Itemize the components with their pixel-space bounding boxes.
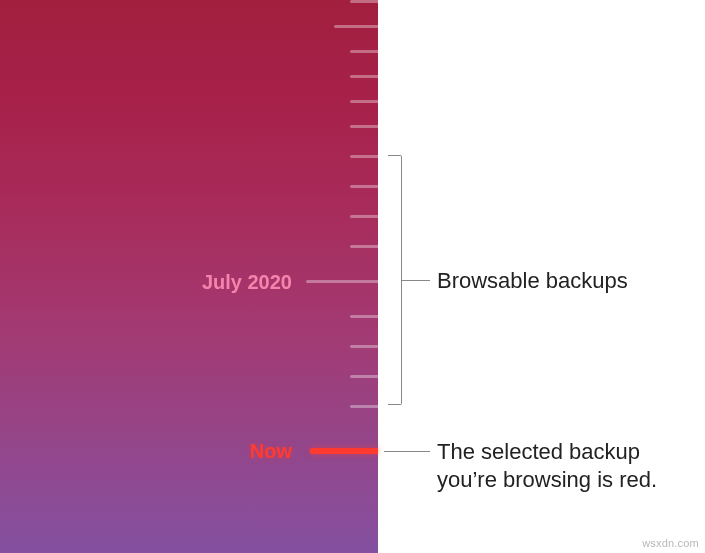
timeline-tick[interactable] <box>350 75 378 78</box>
callout-bracket <box>388 155 402 405</box>
timeline-panel: July 2020Now <box>0 0 378 553</box>
timeline-tick[interactable] <box>350 245 378 248</box>
callout-browsable-backups: Browsable backups <box>437 267 628 295</box>
timeline-tick[interactable] <box>350 215 378 218</box>
timeline-tick[interactable] <box>350 185 378 188</box>
timeline-label-date: July 2020 <box>202 270 292 293</box>
callout-text-line1: The selected backup <box>437 439 640 464</box>
timeline-tick-selected[interactable] <box>310 448 378 454</box>
callout-leader-selected <box>384 451 430 452</box>
timeline-tick[interactable] <box>350 125 378 128</box>
callout-leader <box>402 280 430 281</box>
timeline-tick[interactable] <box>350 50 378 53</box>
callout-text-line2: you’re browsing is red. <box>437 467 657 492</box>
timeline-tick[interactable] <box>350 375 378 378</box>
timeline-tick[interactable] <box>350 345 378 348</box>
callout-text: Browsable backups <box>437 268 628 293</box>
timeline-label-now: Now <box>250 440 292 463</box>
timeline-tick[interactable] <box>334 25 378 28</box>
timeline-tick[interactable] <box>350 0 378 3</box>
timeline-tick[interactable] <box>350 315 378 318</box>
timeline-tick[interactable] <box>350 155 378 158</box>
attribution: wsxdn.com <box>642 537 699 549</box>
timeline-tick[interactable] <box>306 280 378 283</box>
timeline-tick[interactable] <box>350 100 378 103</box>
callout-selected-backup: The selected backup you’re browsing is r… <box>437 438 657 493</box>
timeline-tick[interactable] <box>350 405 378 408</box>
